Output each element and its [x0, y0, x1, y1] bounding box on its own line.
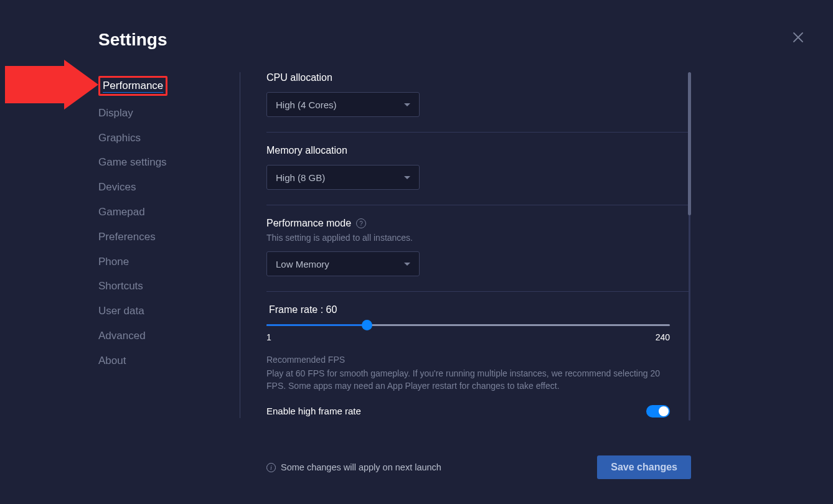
memory-select-value: High (8 GB) [276, 172, 325, 183]
hfr-label: Enable high frame rate [266, 406, 361, 416]
svg-marker-2 [5, 60, 98, 110]
slider-track [266, 324, 670, 326]
rec-fps-title: Recommended FPS [266, 355, 690, 365]
slider-thumb[interactable] [362, 320, 372, 330]
rec-fps-body: Play at 60 FPS for smooth gameplay. If y… [266, 367, 665, 393]
framerate-min: 1 [266, 332, 271, 342]
sidebar-item-phone[interactable]: Phone [98, 254, 229, 269]
perfmode-label: Performance mode ? [266, 218, 690, 229]
sidebar-item-devices[interactable]: Devices [98, 180, 229, 195]
help-icon[interactable]: ? [356, 218, 366, 228]
sidebar-item-about[interactable]: About [98, 353, 229, 368]
close-icon [793, 32, 804, 43]
chevron-down-icon [404, 263, 410, 266]
annotation-arrow [5, 60, 98, 110]
info-icon: i [266, 463, 276, 472]
cpu-section: CPU allocation High (4 Cores) [266, 72, 690, 133]
cpu-label: CPU allocation [266, 72, 690, 83]
sidebar-item-preferences[interactable]: Preferences [98, 230, 229, 245]
perfmode-label-text: Performance mode [266, 218, 351, 229]
sidebar-item-advanced[interactable]: Advanced [98, 329, 229, 343]
perfmode-section: Performance mode ? This setting is appli… [266, 218, 690, 292]
footer: i Some changes will apply on next launch… [266, 455, 691, 479]
launch-note: i Some changes will apply on next launch [266, 462, 441, 472]
slider-fill [266, 324, 367, 326]
sidebar-item-game-settings[interactable]: Game settings [98, 155, 229, 170]
vertical-divider [240, 72, 240, 418]
cpu-select[interactable]: High (4 Cores) [266, 92, 420, 117]
hfr-toggle[interactable] [646, 405, 670, 418]
chevron-down-icon [404, 103, 410, 106]
chevron-down-icon [404, 176, 410, 179]
sidebar-item-graphics[interactable]: Graphics [98, 131, 229, 146]
sidebar-item-gamepad[interactable]: Gamepad [98, 205, 229, 220]
save-changes-button[interactable]: Save changes [597, 455, 691, 479]
sidebar-item-display[interactable]: Display [98, 106, 229, 121]
perfmode-select-value: Low Memory [276, 259, 329, 269]
framerate-section: Frame rate : 60 1 240 Recommended FPS Pl… [266, 304, 690, 421]
framerate-label: Frame rate : 60 [269, 304, 690, 315]
launch-note-text: Some changes will apply on next launch [281, 462, 441, 472]
sidebar-item-performance[interactable]: Performance [98, 76, 167, 96]
hfr-row: Enable high frame rate [266, 405, 670, 418]
framerate-slider[interactable]: 1 240 [266, 324, 690, 342]
memory-section: Memory allocation High (8 GB) [266, 145, 690, 205]
cpu-select-value: High (4 Cores) [276, 100, 337, 110]
content-scrollbar[interactable] [688, 72, 691, 421]
settings-sidebar: Performance Display Graphics Game settin… [98, 76, 229, 368]
perfmode-select[interactable]: Low Memory [266, 251, 420, 276]
sidebar-item-user-data[interactable]: User data [98, 304, 229, 319]
settings-content: CPU allocation High (4 Cores) Memory all… [266, 72, 690, 421]
toggle-knob [659, 406, 669, 416]
close-button[interactable] [788, 27, 808, 47]
page-title: Settings [98, 30, 167, 50]
memory-label: Memory allocation [266, 145, 690, 156]
sidebar-item-shortcuts[interactable]: Shortcuts [98, 279, 229, 294]
scrollbar-thumb[interactable] [688, 72, 691, 215]
perfmode-sublabel: This setting is applied to all instances… [266, 233, 690, 243]
memory-select[interactable]: High (8 GB) [266, 165, 420, 190]
framerate-max: 240 [656, 332, 670, 342]
